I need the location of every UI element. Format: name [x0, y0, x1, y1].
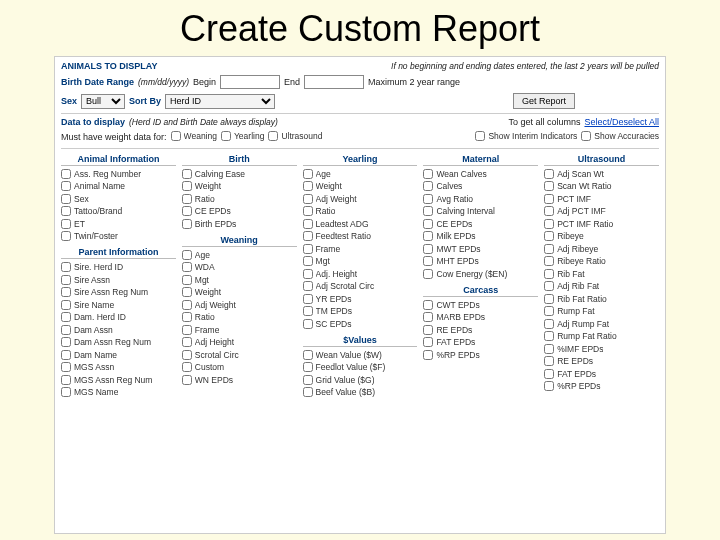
ultrasound-item-16[interactable]: FAT EPDs — [544, 369, 659, 379]
musthave-yearling[interactable]: Yearling — [221, 131, 264, 141]
ultrasound-item-2[interactable]: PCT IMF — [544, 194, 659, 204]
parent-item-8[interactable]: MGS Assn — [61, 362, 176, 372]
maternal-item-6[interactable]: MWT EPDs — [423, 244, 538, 254]
ultrasound-item-14[interactable]: %IMF EPDs — [544, 344, 659, 354]
animal-item-label: Animal Name — [74, 181, 125, 191]
birth-item-0[interactable]: Calving Ease — [182, 169, 297, 179]
show-accuracies[interactable]: Show Accuracies — [581, 131, 659, 141]
dvalues-item-label: Feedlot Value ($F) — [316, 362, 386, 372]
weaning-item-7[interactable]: Adj Height — [182, 337, 297, 347]
yearling-item-10[interactable]: YR EPDs — [303, 294, 418, 304]
begin-input[interactable] — [220, 75, 280, 89]
parent-item-9[interactable]: MGS Assn Reg Num — [61, 375, 176, 385]
ultrasound-item-12[interactable]: Adj Rump Fat — [544, 319, 659, 329]
birth-item-1[interactable]: Weight — [182, 181, 297, 191]
maternal-item-5[interactable]: Milk EPDs — [423, 231, 538, 241]
ultrasound-item-11[interactable]: Rump Fat — [544, 306, 659, 316]
musthave-ultrasound[interactable]: Ultrasound — [268, 131, 322, 141]
yearling-item-2[interactable]: Adj Weight — [303, 194, 418, 204]
ultrasound-item-0[interactable]: Adj Scan Wt — [544, 169, 659, 179]
animal-item-3[interactable]: Tattoo/Brand — [61, 206, 176, 216]
parent-item-4[interactable]: Dam. Herd ID — [61, 312, 176, 322]
maternal-item-3[interactable]: Calving Interval — [423, 206, 538, 216]
ultrasound-item-3[interactable]: Adj PCT IMF — [544, 206, 659, 216]
get-report-button[interactable]: Get Report — [513, 93, 575, 109]
col-animal-parent: Animal Information Ass. Reg NumberAnimal… — [61, 152, 176, 400]
maternal-item-0[interactable]: Wean Calves — [423, 169, 538, 179]
musthave-weaning[interactable]: Weaning — [171, 131, 217, 141]
weaning-item-8[interactable]: Scrotal Circ — [182, 350, 297, 360]
ultrasound-item-8[interactable]: Rib Fat — [544, 269, 659, 279]
weaning-item-5[interactable]: Ratio — [182, 312, 297, 322]
ultrasound-item-label: RE EPDs — [557, 356, 593, 366]
weaning-item-10[interactable]: WN EPDs — [182, 375, 297, 385]
weaning-item-4[interactable]: Adj Weight — [182, 300, 297, 310]
dvalues-item-2[interactable]: Grid Value ($G) — [303, 375, 418, 385]
data-display-label: Data to display — [61, 117, 125, 127]
carcass-item-2[interactable]: RE EPDs — [423, 325, 538, 335]
head-ultrasound: Ultrasound — [544, 154, 659, 166]
sex-select[interactable]: Bull — [81, 94, 125, 109]
ultrasound-item-9[interactable]: Adj Rib Fat — [544, 281, 659, 291]
yearling-item-11[interactable]: TM EPDs — [303, 306, 418, 316]
sort-select[interactable]: Herd ID — [165, 94, 275, 109]
yearling-item-5[interactable]: Feedtest Ratio — [303, 231, 418, 241]
select-all-link[interactable]: Select/Deselect All — [584, 117, 659, 127]
dvalues-item-1[interactable]: Feedlot Value ($F) — [303, 362, 418, 372]
animal-item-0[interactable]: Ass. Reg Number — [61, 169, 176, 179]
yearling-item-12[interactable]: SC EPDs — [303, 319, 418, 329]
yearling-item-7[interactable]: Mgt — [303, 256, 418, 266]
ultrasound-item-4[interactable]: PCT IMF Ratio — [544, 219, 659, 229]
weaning-item-6[interactable]: Frame — [182, 325, 297, 335]
ultrasound-item-5[interactable]: Ribeye — [544, 231, 659, 241]
yearling-item-8[interactable]: Adj. Height — [303, 269, 418, 279]
yearling-item-0[interactable]: Age — [303, 169, 418, 179]
birth-item-3[interactable]: CE EPDs — [182, 206, 297, 216]
weaning-item-2[interactable]: Mgt — [182, 275, 297, 285]
ultrasound-item-15[interactable]: RE EPDs — [544, 356, 659, 366]
dvalues-item-3[interactable]: Beef Value ($B) — [303, 387, 418, 397]
weaning-item-3[interactable]: Weight — [182, 287, 297, 297]
ultrasound-item-10[interactable]: Rib Fat Ratio — [544, 294, 659, 304]
animal-item-5[interactable]: Twin/Foster — [61, 231, 176, 241]
parent-item-7[interactable]: Dam Name — [61, 350, 176, 360]
ultrasound-item-17[interactable]: %RP EPDs — [544, 381, 659, 391]
parent-item-6[interactable]: Dam Assn Reg Num — [61, 337, 176, 347]
maternal-item-4[interactable]: CE EPDs — [423, 219, 538, 229]
maternal-item-7[interactable]: MHT EPDs — [423, 256, 538, 266]
parent-item-10[interactable]: MGS Name — [61, 387, 176, 397]
birth-item-4[interactable]: Birth EPDs — [182, 219, 297, 229]
carcass-item-4[interactable]: %RP EPDs — [423, 350, 538, 360]
animal-item-1[interactable]: Animal Name — [61, 181, 176, 191]
maternal-item-2[interactable]: Avg Ratio — [423, 194, 538, 204]
animal-item-4[interactable]: ET — [61, 219, 176, 229]
birth-item-2[interactable]: Ratio — [182, 194, 297, 204]
ultrasound-item-13[interactable]: Rump Fat Ratio — [544, 331, 659, 341]
carcass-item-1[interactable]: MARB EPDs — [423, 312, 538, 322]
animal-item-2[interactable]: Sex — [61, 194, 176, 204]
dvalues-item-0[interactable]: Wean Value ($W) — [303, 350, 418, 360]
yearling-item-1[interactable]: Weight — [303, 181, 418, 191]
weaning-item-1[interactable]: WDA — [182, 262, 297, 272]
weaning-item-9[interactable]: Custom — [182, 362, 297, 372]
yearling-item-9[interactable]: Adj Scrotal Circ — [303, 281, 418, 291]
ultrasound-item-7[interactable]: Ribeye Ratio — [544, 256, 659, 266]
parent-item-1[interactable]: Sire Assn — [61, 275, 176, 285]
maternal-item-1[interactable]: Calves — [423, 181, 538, 191]
yearling-item-4[interactable]: Leadtest ADG — [303, 219, 418, 229]
ultrasound-item-1[interactable]: Scan Wt Ratio — [544, 181, 659, 191]
maternal-item-8[interactable]: Cow Energy ($EN) — [423, 269, 538, 279]
ultrasound-item-6[interactable]: Adj Ribeye — [544, 244, 659, 254]
end-input[interactable] — [304, 75, 364, 89]
weaning-item-0[interactable]: Age — [182, 250, 297, 260]
parent-item-3[interactable]: Sire Name — [61, 300, 176, 310]
carcass-item-0[interactable]: CWT EPDs — [423, 300, 538, 310]
show-interim[interactable]: Show Interim Indicators — [475, 131, 577, 141]
yearling-item-label: Mgt — [316, 256, 330, 266]
parent-item-2[interactable]: Sire Assn Reg Num — [61, 287, 176, 297]
parent-item-0[interactable]: Sire. Herd ID — [61, 262, 176, 272]
yearling-item-3[interactable]: Ratio — [303, 206, 418, 216]
carcass-item-3[interactable]: FAT EPDs — [423, 337, 538, 347]
parent-item-5[interactable]: Dam Assn — [61, 325, 176, 335]
yearling-item-6[interactable]: Frame — [303, 244, 418, 254]
